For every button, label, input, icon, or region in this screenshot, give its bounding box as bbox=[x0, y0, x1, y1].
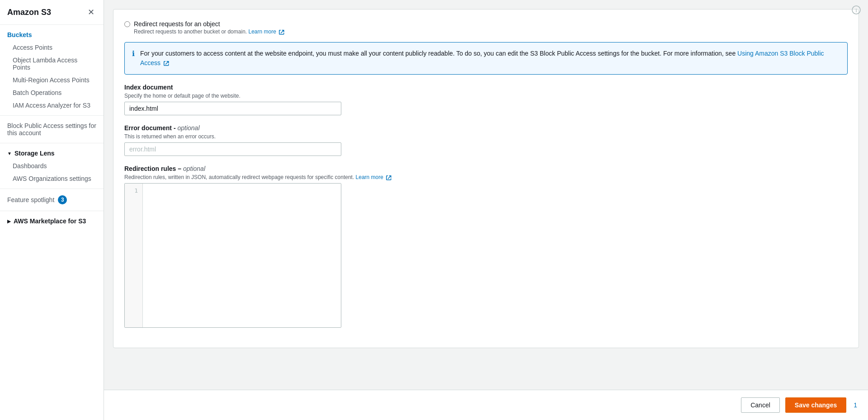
sidebar-feature-spotlight[interactable]: Feature spotlight 3 bbox=[0, 193, 104, 207]
sidebar-divider-3 bbox=[0, 189, 104, 189]
error-document-field: Error document - optional This is return… bbox=[124, 124, 848, 156]
redirection-rules-field: Redirection rules – optional Redirection… bbox=[124, 165, 848, 328]
storage-lens-arrow-icon: ▼ bbox=[7, 151, 12, 156]
error-document-optional-label: optional bbox=[177, 124, 199, 132]
footer: Cancel Save changes 1 bbox=[104, 390, 868, 420]
feature-spotlight-badge: 3 bbox=[58, 195, 67, 204]
cancel-button[interactable]: Cancel bbox=[741, 397, 780, 413]
redirect-option-label[interactable]: Redirect requests for an object bbox=[134, 20, 220, 28]
redirection-rules-learn-more-icon bbox=[386, 175, 392, 180]
line-numbers: 1 bbox=[125, 184, 143, 327]
info-text-content: For your customers to access content at … bbox=[140, 50, 736, 57]
block-public-access-link-icon bbox=[164, 61, 169, 66]
sidebar: Amazon S3 ✕ Buckets Access Points Object… bbox=[0, 0, 104, 420]
svg-text:i: i bbox=[855, 7, 857, 14]
sidebar-divider-4 bbox=[0, 211, 104, 211]
sidebar-title: Amazon S3 bbox=[7, 8, 51, 17]
sidebar-item-dashboards[interactable]: Dashboards bbox=[0, 160, 104, 172]
error-document-input[interactable] bbox=[124, 142, 341, 156]
redirect-radio[interactable] bbox=[124, 21, 130, 27]
index-document-input[interactable] bbox=[124, 102, 341, 115]
redirection-rules-textarea[interactable] bbox=[143, 184, 341, 327]
aws-marketplace-arrow-icon: ▶ bbox=[7, 219, 11, 224]
redirect-option: Redirect requests for an object Redirect… bbox=[124, 20, 848, 35]
info-box: ℹ For your customers to access content a… bbox=[124, 42, 848, 75]
sidebar-item-buckets[interactable]: Buckets bbox=[0, 28, 104, 41]
error-document-description: This is returned when an error occurs. bbox=[124, 133, 848, 140]
info-text: For your customers to access content at … bbox=[140, 49, 840, 68]
sidebar-item-multi-region-access-points[interactable]: Multi-Region Access Points bbox=[0, 74, 104, 86]
redirect-sublabel-text: Redirect requests to another bucket or d… bbox=[134, 28, 247, 35]
feature-spotlight-label: Feature spotlight bbox=[7, 196, 54, 203]
sidebar-item-batch-operations[interactable]: Batch Operations bbox=[0, 86, 104, 99]
redirect-sublabel: Redirect requests to another bucket or d… bbox=[134, 28, 284, 35]
redirect-option-text: Redirect requests for an object Redirect… bbox=[134, 20, 284, 35]
line-number-1: 1 bbox=[129, 187, 138, 194]
storage-lens-label: Storage Lens bbox=[14, 150, 55, 157]
sidebar-item-aws-org-settings[interactable]: AWS Organizations settings bbox=[0, 172, 104, 185]
sidebar-item-aws-marketplace[interactable]: ▶ AWS Marketplace for S3 bbox=[0, 215, 104, 227]
sidebar-item-block-public-access[interactable]: Block Public Access settings for this ac… bbox=[0, 119, 104, 139]
pagination-number[interactable]: 1 bbox=[854, 401, 857, 409]
sidebar-item-iam-access-analyzer[interactable]: IAM Access Analyzer for S3 bbox=[0, 99, 104, 112]
aws-marketplace-label: AWS Marketplace for S3 bbox=[14, 217, 86, 225]
sidebar-section-storage-lens[interactable]: ▼ Storage Lens bbox=[0, 147, 104, 160]
sidebar-item-object-lambda-access-points[interactable]: Object Lambda Access Points bbox=[0, 54, 104, 74]
form-panel: Redirect requests for an object Redirect… bbox=[113, 9, 859, 348]
redirection-rules-label: Redirection rules – optional bbox=[124, 165, 848, 172]
redirect-learn-more-icon bbox=[279, 29, 284, 35]
bottom-spacer bbox=[104, 348, 868, 357]
save-changes-button[interactable]: Save changes bbox=[785, 397, 846, 413]
content-area: Redirect requests for an object Redirect… bbox=[104, 0, 868, 390]
sidebar-divider-2 bbox=[0, 143, 104, 143]
main-area: Redirect requests for an object Redirect… bbox=[104, 0, 868, 420]
index-document-field: Index document Specify the home or defau… bbox=[124, 84, 848, 115]
redirection-rules-learn-more-link[interactable]: Learn more bbox=[356, 174, 383, 180]
redirection-rules-optional-label: optional bbox=[183, 165, 205, 172]
sidebar-navigation: Buckets Access Points Object Lambda Acce… bbox=[0, 28, 104, 227]
redirection-rules-editor: 1 bbox=[124, 183, 341, 328]
error-document-label: Error document - optional bbox=[124, 124, 848, 132]
sidebar-header: Amazon S3 ✕ bbox=[0, 7, 104, 25]
top-right-info-icon[interactable]: i bbox=[852, 5, 861, 17]
sidebar-item-access-points[interactable]: Access Points bbox=[0, 41, 104, 54]
index-document-description: Specify the home or default page of the … bbox=[124, 93, 848, 99]
index-document-label: Index document bbox=[124, 84, 848, 91]
redirect-learn-more-link[interactable]: Learn more bbox=[248, 28, 276, 35]
info-icon: ℹ bbox=[132, 49, 135, 68]
redirection-rules-description: Redirection rules, written in JSON, auto… bbox=[124, 174, 848, 180]
sidebar-close-button[interactable]: ✕ bbox=[86, 7, 96, 17]
sidebar-divider-1 bbox=[0, 115, 104, 116]
